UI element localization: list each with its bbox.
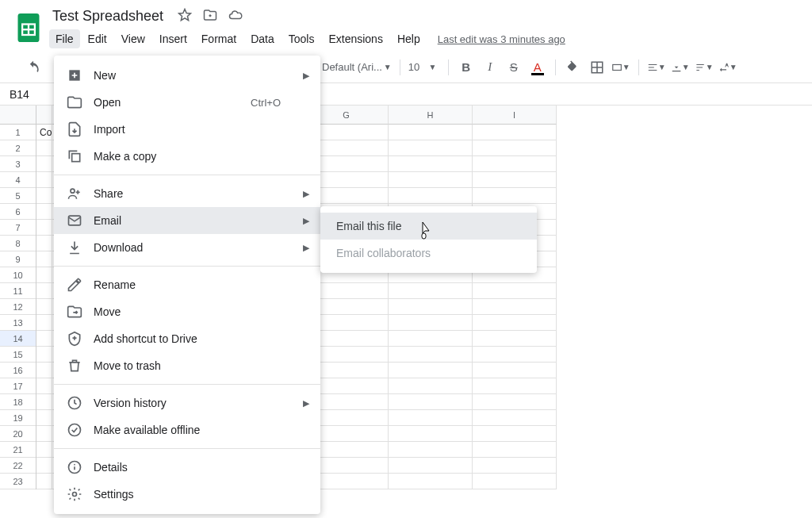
row-header[interactable]: 6	[0, 204, 36, 220]
row-header[interactable]: 10	[0, 267, 36, 283]
cell[interactable]	[389, 331, 473, 347]
menu-file[interactable]: File	[49, 29, 80, 48]
row-header[interactable]: 13	[0, 315, 36, 331]
menu-edit[interactable]: Edit	[82, 29, 113, 48]
menu-format[interactable]: Format	[195, 29, 243, 48]
cell[interactable]	[36, 140, 52, 156]
menu-data[interactable]: Data	[244, 29, 281, 48]
cell[interactable]	[473, 331, 557, 347]
row-header[interactable]: 7	[0, 220, 36, 236]
cell[interactable]	[36, 156, 52, 172]
cell[interactable]	[36, 172, 52, 188]
last-edit-link[interactable]: Last edit was 3 minutes ago	[438, 33, 565, 45]
cell[interactable]	[473, 458, 557, 474]
bold-icon[interactable]: B	[457, 58, 476, 77]
cell[interactable]	[389, 378, 473, 394]
cell[interactable]	[473, 125, 557, 140]
cell[interactable]	[473, 172, 557, 188]
cell[interactable]	[389, 188, 473, 204]
cell[interactable]	[389, 283, 473, 299]
cell[interactable]: Co	[36, 125, 52, 140]
cell[interactable]	[473, 410, 557, 426]
row-header[interactable]: 11	[0, 283, 36, 299]
select-all-corner[interactable]	[0, 106, 36, 125]
cell[interactable]	[473, 474, 557, 489]
row-header[interactable]: 2	[0, 140, 36, 156]
cell[interactable]	[389, 458, 473, 474]
cell[interactable]	[36, 267, 52, 283]
strikethrough-icon[interactable]: S	[504, 58, 523, 77]
menu-open[interactable]: OpenCtrl+O	[54, 89, 320, 116]
cell[interactable]	[389, 426, 473, 442]
cell[interactable]	[36, 347, 52, 363]
menu-make-copy[interactable]: Make a copy	[54, 143, 320, 170]
menu-share[interactable]: Share▶	[54, 180, 320, 207]
row-header[interactable]: 21	[0, 442, 36, 458]
cell[interactable]	[389, 474, 473, 489]
row-header[interactable]: 1	[0, 125, 36, 140]
horizontal-align-icon[interactable]: ▼	[647, 58, 666, 77]
menu-help[interactable]: Help	[391, 29, 427, 48]
row-header[interactable]: 12	[0, 299, 36, 315]
move-folder-icon[interactable]	[203, 8, 217, 25]
row-header[interactable]: 5	[0, 188, 36, 204]
borders-icon[interactable]	[588, 58, 607, 77]
row-header[interactable]: 22	[0, 458, 36, 474]
cell[interactable]	[389, 315, 473, 331]
italic-icon[interactable]: I	[481, 58, 500, 77]
row-header[interactable]: 16	[0, 363, 36, 378]
cell[interactable]	[36, 299, 52, 315]
document-title[interactable]: Test Spreadsheet	[49, 6, 167, 26]
cell[interactable]	[473, 299, 557, 315]
cell[interactable]	[473, 442, 557, 458]
text-wrap-icon[interactable]: ▼	[695, 58, 714, 77]
cell[interactable]	[389, 347, 473, 363]
row-header[interactable]: 15	[0, 347, 36, 363]
cell[interactable]	[389, 125, 473, 140]
cell[interactable]	[36, 315, 52, 331]
cell[interactable]	[473, 156, 557, 172]
vertical-align-icon[interactable]: ▼	[671, 58, 690, 77]
row-header[interactable]: 14	[0, 331, 36, 347]
cell[interactable]	[473, 140, 557, 156]
cloud-status-icon[interactable]	[228, 8, 243, 25]
row-header[interactable]: 3	[0, 156, 36, 172]
menu-download[interactable]: Download▶	[54, 234, 320, 261]
menu-tools[interactable]: Tools	[282, 29, 321, 48]
cell[interactable]	[36, 442, 52, 458]
cell[interactable]	[389, 172, 473, 188]
row-header[interactable]: 20	[0, 426, 36, 442]
row-header[interactable]: 8	[0, 236, 36, 251]
cell[interactable]	[473, 283, 557, 299]
row-header[interactable]: 4	[0, 172, 36, 188]
menu-move-trash[interactable]: Move to trash	[54, 352, 320, 379]
menu-extensions[interactable]: Extensions	[322, 29, 389, 48]
menu-version-history[interactable]: Version history▶	[54, 389, 320, 416]
menu-move[interactable]: Move	[54, 298, 320, 325]
cell[interactable]	[36, 188, 52, 204]
merge-cells-icon[interactable]: ▼	[611, 58, 630, 77]
menu-insert[interactable]: Insert	[153, 29, 193, 48]
cell[interactable]	[36, 220, 52, 236]
cell[interactable]	[389, 442, 473, 458]
menu-new[interactable]: New▶	[54, 62, 320, 89]
menu-import[interactable]: Import	[54, 116, 320, 143]
row-header[interactable]: 19	[0, 410, 36, 426]
cell[interactable]	[36, 394, 52, 410]
font-family-select[interactable]: Default (Ari...▼	[322, 61, 392, 73]
menu-view[interactable]: View	[115, 29, 151, 48]
cell[interactable]	[473, 347, 557, 363]
menu-settings[interactable]: Settings	[54, 481, 320, 508]
text-rotation-icon[interactable]: ▼	[718, 58, 737, 77]
menu-details[interactable]: Details	[54, 454, 320, 481]
cell[interactable]	[36, 426, 52, 442]
cell[interactable]	[36, 251, 52, 267]
font-size-select[interactable]: 10 ▼	[408, 61, 440, 73]
cell[interactable]	[473, 315, 557, 331]
cell[interactable]	[36, 204, 52, 220]
fill-color-icon[interactable]	[564, 58, 583, 77]
undo-icon[interactable]	[24, 58, 43, 77]
text-color-icon[interactable]: A	[528, 58, 547, 77]
column-header[interactable]: I	[473, 106, 557, 125]
cell[interactable]	[36, 283, 52, 299]
